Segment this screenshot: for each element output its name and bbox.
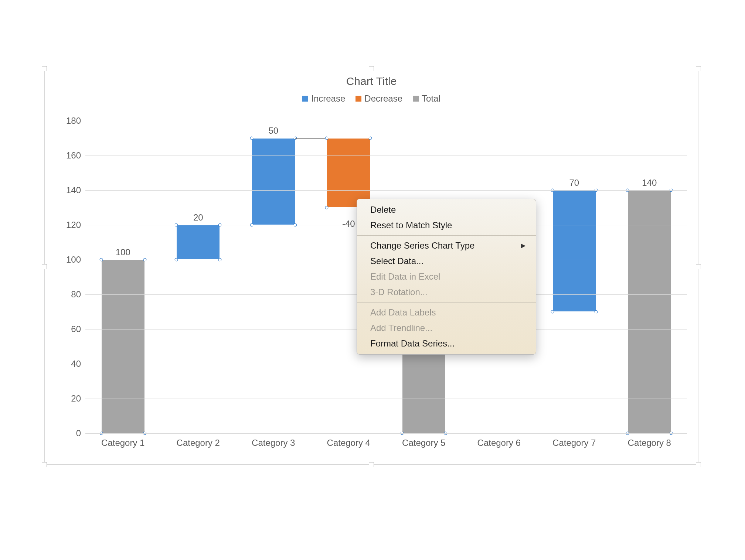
context-menu[interactable]: DeleteReset to Match StyleChange Series … — [357, 199, 536, 355]
x-axis-label: Category 7 — [552, 438, 596, 448]
series-selection-handle[interactable] — [250, 137, 253, 140]
grid-line — [85, 190, 687, 191]
legend-label: Increase — [311, 93, 345, 104]
data-label: -40 — [342, 219, 355, 229]
y-axis-tick: 180 — [66, 116, 81, 126]
data-label: 140 — [642, 178, 657, 188]
grid-line — [85, 399, 687, 399]
bar-category-4[interactable] — [327, 138, 370, 208]
grid-line — [85, 364, 687, 364]
menu-item-edit-data-in-excel: Edit Data in Excel — [357, 269, 536, 284]
x-axis-label: Category 3 — [252, 438, 295, 448]
connector-line — [295, 138, 327, 139]
menu-item-format-data-series[interactable]: Format Data Series... — [357, 336, 536, 351]
menu-item-add-trendline: Add Trendline... — [357, 320, 536, 336]
x-axis-label: Category 8 — [628, 438, 671, 448]
selection-handle[interactable] — [42, 264, 47, 269]
bar-category-1[interactable] — [101, 260, 145, 433]
series-selection-handle[interactable] — [325, 137, 329, 140]
series-selection-handle[interactable] — [594, 310, 598, 314]
legend-swatch-icon — [302, 96, 308, 102]
y-axis-tick: 60 — [71, 324, 81, 334]
legend-swatch-icon — [413, 96, 419, 102]
y-axis-tick: 140 — [66, 185, 81, 195]
menu-item-label: Add Trendline... — [370, 322, 432, 334]
grid-line — [85, 433, 687, 434]
x-axis: Category 1Category 2Category 3Category 4… — [85, 438, 687, 450]
menu-item-label: Format Data Series... — [370, 337, 455, 350]
legend-item-increase[interactable]: Increase — [302, 93, 345, 104]
menu-item-delete[interactable]: Delete — [357, 202, 536, 218]
x-axis-label: Category 4 — [327, 438, 370, 448]
chart-legend[interactable]: IncreaseDecreaseTotal — [45, 93, 698, 104]
menu-item-label: Edit Data in Excel — [370, 270, 440, 283]
legend-label: Total — [422, 93, 440, 104]
menu-item-change-series-chart-type[interactable]: Change Series Chart Type▶ — [357, 238, 536, 253]
y-axis-tick: 80 — [71, 289, 81, 300]
selection-handle[interactable] — [42, 462, 47, 467]
data-label: 70 — [569, 178, 579, 188]
series-selection-handle[interactable] — [369, 137, 372, 140]
menu-item-label: Delete — [370, 204, 396, 216]
x-axis-label: Category 5 — [402, 438, 445, 448]
selection-handle[interactable] — [696, 264, 701, 269]
menu-separator — [357, 235, 536, 236]
series-selection-handle[interactable] — [325, 206, 329, 209]
legend-swatch-icon — [356, 96, 361, 102]
bar-category-2[interactable] — [176, 225, 220, 260]
menu-item-select-data[interactable]: Select Data... — [357, 253, 536, 269]
menu-item-3-d-rotation: 3-D Rotation... — [357, 284, 536, 300]
y-axis-tick: 100 — [66, 255, 81, 265]
y-axis-tick: 160 — [66, 150, 81, 161]
menu-item-reset-to-match-style[interactable]: Reset to Match Style — [357, 218, 536, 233]
menu-item-label: Reset to Match Style — [370, 219, 452, 232]
menu-item-label: Select Data... — [370, 255, 423, 267]
y-axis-tick: 0 — [76, 428, 81, 438]
grid-line — [85, 156, 687, 156]
chevron-right-icon: ▶ — [521, 239, 525, 252]
series-selection-handle[interactable] — [551, 310, 554, 314]
bar-category-7[interactable] — [552, 190, 596, 312]
menu-separator — [357, 302, 536, 303]
x-axis-label: Category 6 — [477, 438, 521, 448]
data-label: 50 — [268, 126, 278, 136]
data-label: 100 — [116, 247, 130, 257]
data-label: 20 — [193, 212, 203, 223]
x-axis-label: Category 1 — [101, 438, 144, 448]
legend-item-decrease[interactable]: Decrease — [356, 93, 402, 104]
grid-line — [85, 121, 687, 121]
y-axis-tick: 20 — [71, 393, 81, 404]
menu-item-label: Change Series Chart Type — [370, 239, 474, 252]
selection-handle[interactable] — [42, 66, 47, 71]
selection-handle[interactable] — [696, 462, 701, 467]
bar-category-3[interactable] — [252, 138, 295, 225]
menu-item-label: 3-D Rotation... — [370, 286, 428, 298]
chart-title[interactable]: Chart Title — [45, 75, 698, 88]
menu-item-add-data-labels: Add Data Labels — [357, 305, 536, 320]
bar-category-8[interactable] — [627, 190, 671, 433]
y-axis-tick: 120 — [66, 220, 81, 230]
selection-handle[interactable] — [369, 462, 374, 467]
legend-label: Decrease — [364, 93, 402, 104]
selection-handle[interactable] — [696, 66, 701, 71]
selection-handle[interactable] — [369, 66, 374, 71]
y-axis-tick: 40 — [71, 359, 81, 369]
x-axis-label: Category 2 — [177, 438, 220, 448]
menu-item-label: Add Data Labels — [370, 306, 436, 319]
legend-item-total[interactable]: Total — [413, 93, 440, 104]
